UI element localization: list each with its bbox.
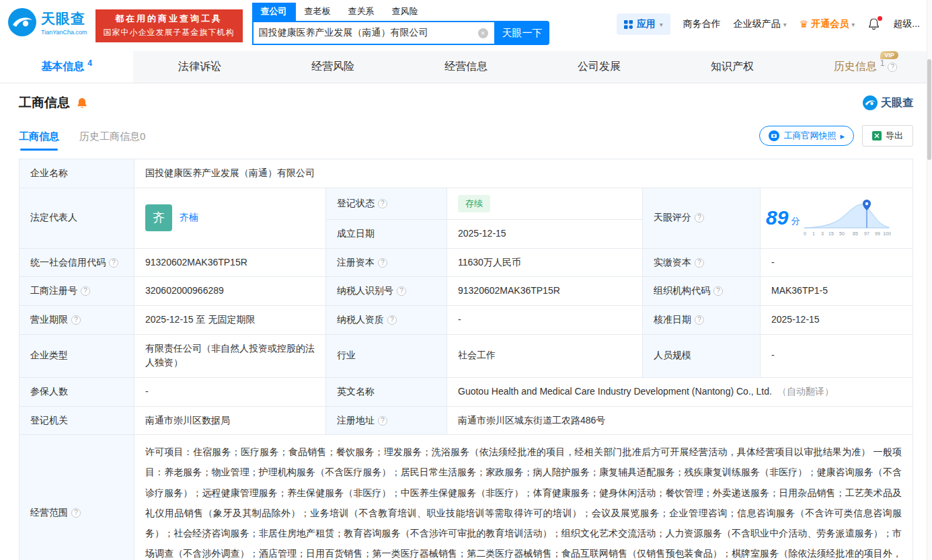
field-label-english-name: 英文名称 — [326, 377, 447, 406]
search-tab-relation[interactable]: 查关系 — [340, 3, 383, 21]
svg-text:0: 0 — [804, 231, 806, 236]
field-value-credit-code: 91320602MAK36TP15R — [134, 248, 326, 277]
crown-icon: ♛ — [800, 18, 808, 30]
tab-business-info[interactable]: 经营信息 — [399, 51, 533, 83]
search-input[interactable] — [254, 28, 478, 38]
tab-history-info[interactable]: 历史信息 VIP 1 ? — [799, 51, 932, 83]
field-label-approval-date: 核准日期? — [643, 305, 761, 334]
nav-super-vip-label: 超级... — [893, 18, 920, 30]
tab-operating-risk[interactable]: 经营风险 — [266, 51, 399, 83]
subtab-history-business-info[interactable]: 历史工商信息0 — [79, 130, 145, 151]
help-icon[interactable]: ? — [109, 258, 118, 268]
search-tab-boss[interactable]: 查老板 — [296, 3, 340, 21]
field-value-company-type: 有限责任公司（非自然人投资或控股的法人独资） — [134, 334, 326, 377]
auto-translate-note: （自动翻译） — [777, 386, 834, 397]
svg-text:50: 50 — [839, 231, 845, 236]
help-icon[interactable]: ? — [397, 286, 406, 296]
tab-business-info-label: 经营信息 — [444, 60, 488, 74]
help-icon[interactable]: ? — [713, 286, 723, 296]
clear-icon[interactable]: × — [478, 28, 488, 38]
export-label: 导出 — [886, 130, 903, 142]
field-label-paid-capital: 实缴资本? — [643, 248, 761, 277]
notification-bell-button[interactable] — [867, 17, 880, 32]
help-icon[interactable]: ? — [695, 258, 704, 268]
logo-brand-text: 天眼查 — [41, 9, 87, 28]
field-value-business-term: 2025-12-15 至 无固定期限 — [134, 305, 326, 334]
field-label-reg-status: 登记状态? — [326, 188, 447, 219]
section-title: 工商信息 — [19, 94, 70, 112]
search-button[interactable]: 天眼一下 — [496, 21, 549, 45]
logo-domain-text: TianYanCha.com — [41, 29, 87, 36]
nav-business-cooperation-label: 商务合作 — [683, 18, 721, 30]
help-icon[interactable]: ? — [378, 258, 387, 268]
company-nav-tabs: 基本信息 4 法律诉讼 经营风险 经营信息 公司发展 知识产权 历史信息 VIP… — [0, 51, 932, 83]
field-value-reg-status: 存续 — [447, 188, 643, 219]
table-row: 登记机关 南通市崇川区数据局 注册地址? 南通市崇川区城东街道工农路486号 — [20, 406, 913, 435]
tab-company-development[interactable]: 公司发展 — [533, 51, 666, 83]
nav-enterprise-product[interactable]: 企业级产品 ▾ — [734, 18, 787, 30]
official-snapshot-label: 工商官网快照 — [783, 130, 836, 142]
help-icon[interactable]: ? — [695, 315, 704, 325]
help-icon[interactable]: ? — [695, 213, 704, 223]
tab-legal-lawsuit[interactable]: 法律诉讼 — [133, 51, 266, 83]
nav-open-vip[interactable]: ♛ 开通会员 ▾ — [800, 18, 855, 30]
help-icon[interactable]: ? — [387, 315, 397, 325]
tab-company-development-label: 公司发展 — [578, 60, 621, 74]
tab-basic-info[interactable]: 基本信息 4 — [0, 51, 133, 83]
field-value-establish-date: 2025-12-15 — [447, 219, 643, 248]
field-label-business-term: 营业期限? — [20, 305, 134, 334]
svg-text:15: 15 — [828, 231, 834, 236]
tab-basic-info-label: 基本信息 — [41, 60, 84, 74]
tab-legal-lawsuit-label: 法律诉讼 — [178, 60, 221, 74]
nav-super-vip[interactable]: 超级... — [893, 18, 920, 30]
help-icon[interactable]: ? — [81, 286, 90, 296]
scrollbar-thumb[interactable] — [927, 59, 931, 160]
help-icon[interactable]: ? — [378, 416, 387, 426]
caret-down-icon: ▾ — [783, 21, 787, 28]
scrollbar-track[interactable] — [927, 0, 932, 560]
subtab-business-info[interactable]: 工商信息 — [19, 130, 59, 151]
field-value-legal-rep: 齐 齐楠 — [134, 188, 326, 248]
search-tab-company[interactable]: 查公司 — [252, 3, 296, 21]
notification-dot — [878, 16, 882, 21]
search-block: 查公司 查老板 查关系 查风险 × 天眼一下 — [252, 3, 549, 45]
arrow-right-icon: ▸ — [840, 131, 845, 141]
field-label-insured-num: 参保人数 — [20, 377, 134, 406]
field-value-staff-size: - — [761, 334, 913, 377]
help-icon[interactable]: ? — [71, 315, 81, 325]
help-icon[interactable]: ? — [888, 63, 897, 72]
field-label-taxpayer-no: 纳税人识别号? — [326, 277, 447, 306]
field-value-industry: 社会工作 — [447, 334, 643, 377]
table-row: 企业类型 有限责任公司（非自然人投资或控股的法人独资） 行业 社会工作 人员规模… — [20, 334, 913, 377]
tianyancha-logo[interactable]: 天眼查 TianYanCha.com — [8, 8, 87, 36]
nav-business-cooperation[interactable]: 商务合作 — [683, 18, 721, 30]
field-label-industry: 行业 — [326, 334, 447, 377]
field-value-approval-date: 2025-12-15 — [761, 305, 913, 334]
logo-eye-icon — [863, 95, 878, 110]
grid-icon — [624, 20, 633, 29]
business-info-table: 企业名称 国投健康医养产业发展（南通）有限公司 法定代表人 齐 齐楠 登记状态?… — [19, 159, 913, 560]
field-label-score: 天眼评分? — [643, 188, 761, 248]
field-value-reg-address: 南通市崇川区城东街道工农路486号 — [447, 406, 913, 435]
field-value-english-name: Guotou Health and Medical Care Industry … — [447, 377, 913, 406]
main-content: 工商信息 天眼查 工商信息 历史工商信息0 — [0, 94, 932, 560]
logo-eye-icon — [8, 8, 36, 36]
search-tab-risk[interactable]: 查风险 — [383, 3, 427, 21]
tab-intellectual-property-label: 知识产权 — [711, 60, 754, 74]
legal-rep-link[interactable]: 齐楠 — [180, 210, 198, 225]
official-snapshot-button[interactable]: 工商官网快照 ▸ — [759, 126, 854, 146]
export-button[interactable]: 导出 — [862, 125, 913, 147]
field-label-establish-date: 成立日期 — [326, 219, 447, 248]
field-label-reg-authority: 登记机关 — [20, 406, 134, 435]
tab-basic-info-count: 4 — [87, 58, 92, 68]
top-header: 天眼查 TianYanCha.com 都在用的商业查询工具 国家中小企业发展子基… — [0, 0, 932, 46]
brand-watermark: 天眼查 — [863, 95, 913, 110]
help-icon[interactable]: ? — [71, 508, 81, 518]
nav-apps[interactable]: 应用 ▾ — [617, 13, 670, 35]
field-label-reg-address: 注册地址? — [326, 406, 447, 435]
field-label-taxpayer-quali: 纳税人资质? — [326, 305, 447, 334]
help-icon[interactable]: ? — [378, 199, 387, 208]
subscribe-bell-icon[interactable] — [76, 97, 88, 109]
nav-enterprise-product-label: 企业级产品 — [734, 18, 781, 30]
tab-intellectual-property[interactable]: 知识产权 — [666, 51, 799, 83]
